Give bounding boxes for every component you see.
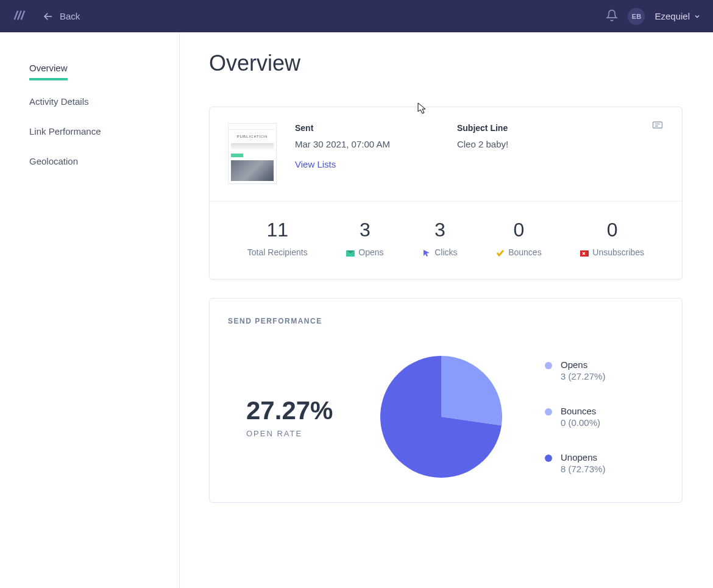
user-name: Ezequiel (654, 11, 690, 21)
legend-opens-val: 3 (27.27%) (561, 371, 605, 381)
subject-column: Subject Line Cleo 2 baby! (457, 123, 508, 184)
legend-unopens-name: Unopens (561, 452, 605, 462)
legend-bounces-name: Bounces (561, 406, 600, 416)
stat-unsubscribes: 0 Unsubscribes (580, 219, 644, 257)
user-menu[interactable]: Ezequiel (654, 11, 701, 21)
open-rate-value: 27.27% (246, 396, 356, 425)
unsubscribe-icon (580, 249, 589, 256)
chevron-down-icon (693, 13, 701, 20)
view-lists-link[interactable]: View Lists (295, 159, 390, 169)
sent-column: Sent Mar 30 2021, 07:00 AM View Lists (295, 123, 390, 184)
back-button[interactable]: Back (43, 11, 80, 22)
stat-opens: 3 Opens (346, 219, 383, 257)
stat-unsubscribes-value: 0 (580, 219, 644, 241)
sidebar-item-overview[interactable]: Overview (29, 57, 68, 80)
stat-clicks-label: Clicks (435, 247, 457, 257)
stat-clicks-value: 3 (422, 219, 457, 241)
legend-bounces: Bounces 0 (0.00%) (545, 406, 658, 428)
svg-rect-0 (653, 122, 662, 128)
legend-bounces-val: 0 (0.00%) (561, 417, 600, 428)
stat-recipients-label: Total Recipients (247, 247, 308, 257)
sent-label: Sent (295, 123, 390, 133)
email-thumbnail[interactable]: PUBLICATION (228, 123, 277, 184)
cursor-icon (422, 249, 431, 256)
legend-dot-opens (545, 362, 552, 369)
legend-dot-unopens (545, 455, 552, 462)
notifications-icon[interactable] (606, 9, 618, 24)
summary-card: PUBLICATION Sent Mar 30 2021, 07:00 AM V… (209, 107, 683, 280)
stat-bounces-label: Bounces (508, 247, 541, 257)
subject-value: Cleo 2 baby! (457, 139, 508, 149)
legend-unopens-val: 8 (72.73%) (561, 464, 605, 474)
sidebar: Overview Activity Details Link Performan… (0, 32, 180, 588)
stat-opens-value: 3 (346, 219, 383, 241)
subject-label: Subject Line (457, 123, 508, 133)
performance-title: SEND PERFORMANCE (228, 317, 658, 325)
back-label: Back (60, 11, 80, 21)
legend-opens: Opens 3 (27.27%) (545, 360, 658, 381)
stats-row: 11 Total Recipients 3 Opens 3 (210, 202, 682, 279)
stat-unsubscribes-label: Unsubscribes (592, 247, 644, 257)
legend-unopens: Unopens 8 (72.73%) (545, 452, 658, 474)
send-performance-card: SEND PERFORMANCE 27.27% OPEN RATE Opens … (209, 298, 683, 503)
sidebar-item-link-performance[interactable]: Link Performance (29, 120, 101, 143)
legend-dot-bounces (545, 408, 552, 416)
open-rate-label: OPEN RATE (246, 429, 356, 438)
comment-icon[interactable] (651, 119, 664, 134)
sidebar-item-activity-details[interactable]: Activity Details (29, 90, 89, 113)
avatar-initials: EB (632, 13, 641, 20)
open-rate-block: 27.27% OPEN RATE (228, 396, 356, 438)
legend-opens-name: Opens (561, 360, 605, 370)
stat-recipients-value: 11 (247, 219, 308, 241)
chart-legend: Opens 3 (27.27%) Bounces 0 (0.00%) (527, 360, 658, 474)
page-title: Overview (209, 51, 683, 76)
stat-opens-label: Opens (358, 247, 383, 257)
app-header: Back EB Ezequiel (0, 0, 713, 32)
header-left: Back (12, 9, 80, 24)
main-content: Overview PUBLICATION Sent Mar 30 2021, 0… (180, 32, 713, 588)
stat-bounces-value: 0 (496, 219, 541, 241)
envelope-icon (346, 249, 355, 256)
thumbnail-title: PUBLICATION (229, 131, 276, 142)
pie-chart (380, 356, 502, 478)
sidebar-item-geolocation[interactable]: Geolocation (29, 150, 78, 172)
sent-value: Mar 30 2021, 07:00 AM (295, 139, 390, 149)
app-logo[interactable] (12, 9, 26, 24)
avatar[interactable]: EB (628, 8, 645, 25)
check-icon (496, 249, 505, 256)
stat-recipients: 11 Total Recipients (247, 219, 308, 257)
stat-bounces: 0 Bounces (496, 219, 541, 257)
arrow-left-icon (43, 11, 54, 22)
header-right: EB Ezequiel (606, 8, 701, 25)
summary-top: PUBLICATION Sent Mar 30 2021, 07:00 AM V… (210, 107, 682, 202)
stat-clicks: 3 Clicks (422, 219, 457, 257)
